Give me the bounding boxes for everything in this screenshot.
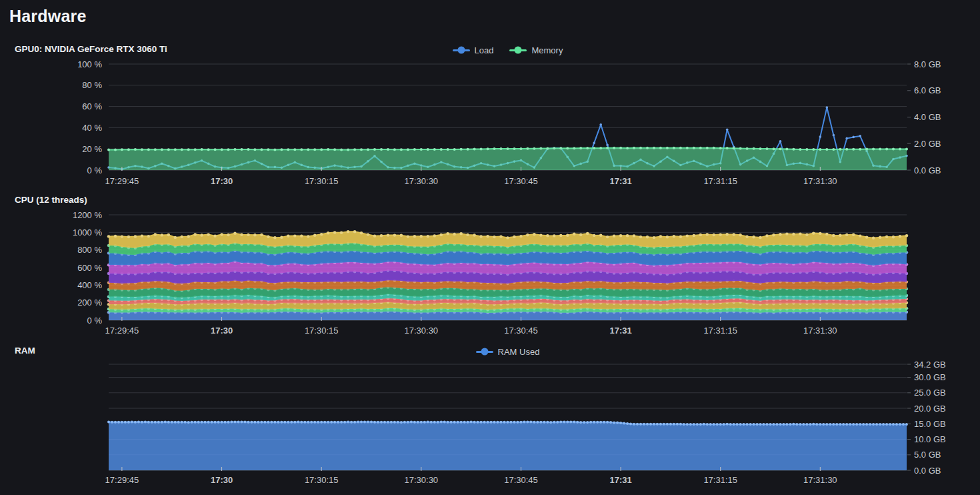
svg-text:17:29:45: 17:29:45 [105, 475, 139, 485]
ram-chart[interactable]: 17:29:4517:3017:30:1517:30:3017:30:4517:… [0, 359, 980, 495]
series-Memory [107, 147, 908, 170]
svg-text:600 %: 600 % [77, 263, 102, 273]
svg-text:17:31: 17:31 [609, 326, 631, 336]
page-title: Hardware [9, 7, 87, 26]
svg-text:34.2 GB: 34.2 GB [914, 360, 946, 370]
y-axis-right: 8.0 GB6.0 GB4.0 GB2.0 GB0.0 GB [907, 59, 941, 175]
svg-text:200 %: 200 % [77, 298, 102, 308]
cpu-chart[interactable]: 17:29:4517:3017:30:1517:30:3017:30:4517:… [0, 208, 980, 342]
svg-text:17:31: 17:31 [609, 475, 631, 485]
cpu-section-title: CPU (12 threads) [15, 195, 87, 205]
legend-series-marker-icon [453, 49, 470, 51]
svg-text:400 %: 400 % [77, 280, 102, 290]
svg-text:5.0 GB: 5.0 GB [914, 450, 941, 460]
ram-section-title: RAM [15, 346, 35, 356]
legend-item-load[interactable]: Load [453, 45, 494, 55]
legend-label: Load [475, 45, 494, 55]
svg-text:17:31:15: 17:31:15 [703, 475, 737, 485]
svg-text:17:30: 17:30 [211, 326, 233, 336]
svg-text:17:30:15: 17:30:15 [305, 326, 339, 336]
svg-text:800 %: 800 % [77, 245, 102, 255]
series-RAM Used [107, 421, 908, 471]
gpu-legend: LoadMemory [109, 43, 907, 57]
svg-text:17:30:15: 17:30:15 [305, 475, 339, 485]
svg-text:40 %: 40 % [82, 123, 102, 133]
legend-item-ram-used[interactable]: RAM Used [476, 347, 540, 357]
svg-text:6.0 GB: 6.0 GB [914, 85, 941, 95]
svg-text:2.0 GB: 2.0 GB [914, 139, 941, 149]
svg-text:17:31:15: 17:31:15 [703, 176, 737, 186]
svg-text:17:31:30: 17:31:30 [803, 326, 837, 336]
svg-text:17:30: 17:30 [211, 475, 233, 485]
svg-text:17:30:30: 17:30:30 [404, 475, 438, 485]
svg-text:17:31:30: 17:31:30 [803, 475, 837, 485]
y-axis-right: 34.2 GB30.0 GB25.0 GB20.0 GB15.0 GB10.0 … [907, 360, 946, 476]
legend-label: Memory [531, 45, 563, 55]
svg-text:17:29:45: 17:29:45 [105, 326, 139, 336]
ram-section-header: RAM RAM Used [0, 344, 980, 359]
hardware-monitor-page: Hardware GPU0: NVIDIA GeForce RTX 3060 T… [0, 0, 980, 495]
svg-text:17:31: 17:31 [609, 176, 631, 186]
gpu-chart[interactable]: 17:29:4517:3017:30:1517:30:3017:30:4517:… [0, 59, 980, 192]
svg-text:17:30:45: 17:30:45 [504, 326, 538, 336]
legend-label: RAM Used [498, 347, 540, 357]
svg-text:1200 %: 1200 % [73, 210, 103, 220]
cpu-legend [109, 193, 907, 208]
cpu-section-header: CPU (12 threads) [0, 193, 980, 208]
svg-text:0 %: 0 % [87, 165, 103, 175]
svg-text:17:30:45: 17:30:45 [504, 475, 538, 485]
svg-text:17:30:30: 17:30:30 [404, 176, 438, 186]
svg-text:20.0 GB: 20.0 GB [914, 404, 946, 414]
svg-text:20 %: 20 % [82, 144, 102, 154]
svg-text:17:31:30: 17:31:30 [803, 176, 837, 186]
legend-item-memory[interactable]: Memory [509, 45, 563, 55]
legend-series-marker-icon [476, 351, 493, 353]
svg-text:1000 %: 1000 % [73, 227, 103, 237]
svg-text:30.0 GB: 30.0 GB [914, 372, 946, 382]
svg-text:80 %: 80 % [82, 80, 102, 90]
y-axis-left: 100 %80 %60 %40 %20 %0 % [77, 59, 102, 175]
svg-text:25.0 GB: 25.0 GB [914, 388, 946, 398]
svg-text:17:30:45: 17:30:45 [504, 176, 538, 186]
svg-text:0.0 GB: 0.0 GB [914, 466, 941, 476]
svg-text:100 %: 100 % [77, 59, 102, 69]
svg-text:4.0 GB: 4.0 GB [914, 112, 941, 122]
svg-text:17:31:15: 17:31:15 [703, 326, 737, 336]
svg-text:8.0 GB: 8.0 GB [914, 59, 941, 69]
svg-text:17:29:45: 17:29:45 [105, 176, 139, 186]
svg-text:17:30: 17:30 [211, 176, 233, 186]
gpu-section-header: GPU0: NVIDIA GeForce RTX 3060 Ti LoadMem… [0, 43, 980, 57]
legend-series-marker-icon [509, 49, 527, 51]
ram-legend: RAM Used [109, 344, 907, 359]
svg-text:0.0 GB: 0.0 GB [914, 165, 941, 175]
svg-text:15.0 GB: 15.0 GB [914, 419, 946, 429]
svg-text:60 %: 60 % [82, 101, 102, 111]
y-axis-left: 1200 %1000 %800 %600 %400 %200 %0 % [73, 210, 103, 326]
svg-text:17:30:15: 17:30:15 [305, 176, 339, 186]
svg-text:10.0 GB: 10.0 GB [914, 434, 946, 444]
svg-text:0 %: 0 % [87, 316, 103, 326]
svg-text:17:30:30: 17:30:30 [404, 326, 438, 336]
